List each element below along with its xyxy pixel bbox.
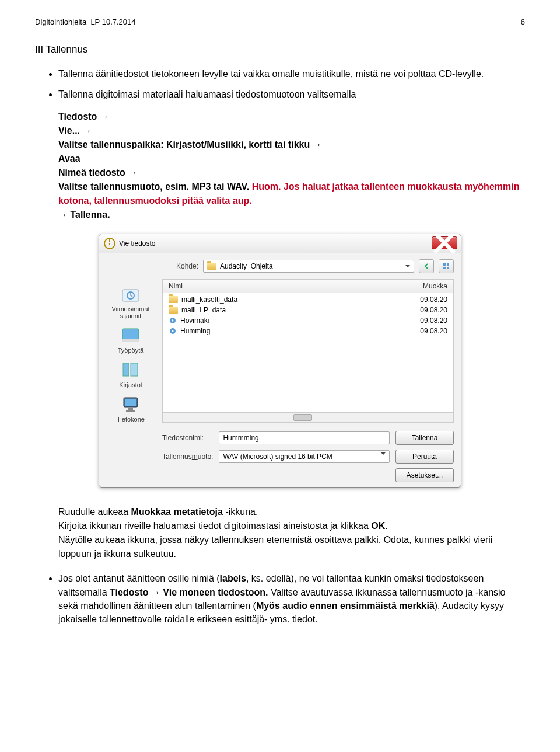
step-muoto-b: MP3 tai WAV.	[192, 182, 252, 192]
svg-rect-11	[125, 399, 136, 406]
chevron-down-icon	[405, 265, 410, 267]
place-recent[interactable]: Viimeisimmät sijainnit	[104, 284, 157, 319]
save-button[interactable]: Tallenna	[396, 431, 454, 445]
file-name: Humming	[180, 327, 210, 335]
svg-rect-13	[126, 410, 135, 412]
filename-label: Tiedostonimi:	[162, 434, 213, 442]
back-icon	[423, 263, 430, 270]
step-tiedosto: Tiedosto →	[58, 112, 109, 121]
kohde-select[interactable]: Audacity_Ohjeita	[203, 260, 414, 273]
step-tallenna: → Tallenna.	[58, 210, 110, 220]
file-name: malli_LP_data	[181, 306, 226, 314]
svg-rect-7	[123, 339, 139, 342]
file-name: Hovimaki	[180, 316, 209, 325]
back-button[interactable]	[419, 259, 434, 273]
dialog-title: Vie tiedosto	[119, 239, 156, 248]
view-button[interactable]	[439, 259, 454, 273]
last-bullet-list: Jos olet antanut äänitteen osille nimiä …	[35, 572, 525, 626]
file-mod: 09.08.20	[420, 327, 447, 335]
col-mod[interactable]: Muokka	[423, 282, 447, 290]
close-button[interactable]	[432, 236, 457, 249]
format-label: Tallennusmuoto:	[162, 452, 213, 461]
close-icon	[432, 234, 457, 255]
folder-icon	[207, 263, 216, 270]
document-header: Digitointiohjeita_LP 10.7.2014 6	[35, 18, 525, 26]
file-row[interactable]: malli_LP_data 09.08.20	[163, 305, 453, 315]
audio-icon	[169, 327, 177, 335]
computer-icon	[120, 394, 141, 414]
scroll-thumb[interactable]	[293, 414, 312, 421]
dialog-screenshot: Vie tiedosto Kohde: Audacity_Ohjeita	[35, 234, 525, 488]
audacity-icon	[104, 238, 116, 249]
step-muoto-a: Valitse tallennusmuoto, esim.	[58, 182, 192, 192]
bullet-1: Tallenna äänitiedostot tietokoneen levyl…	[58, 67, 525, 81]
file-mod: 09.08.20	[420, 306, 447, 314]
file-row[interactable]: Humming 09.08.20	[163, 326, 453, 336]
file-list-header: Nimi Muokka	[162, 279, 454, 293]
svg-rect-6	[123, 329, 139, 339]
recent-icon	[120, 284, 141, 304]
audio-icon	[169, 316, 177, 325]
file-name: malli_kasetti_data	[181, 295, 237, 304]
bullet-labels: Jos olet antanut äänitteen osille nimiä …	[58, 572, 525, 626]
save-dialog: Vie tiedosto Kohde: Audacity_Ohjeita	[99, 234, 461, 488]
h-scrollbar[interactable]	[162, 413, 454, 423]
place-label: Kirjastot	[119, 381, 142, 388]
bullet-2: Tallenna digitoimasi materiaali haluamaa…	[58, 88, 525, 101]
step-avaa: Avaa	[58, 154, 80, 163]
svg-rect-9	[131, 363, 138, 376]
page-number: 6	[521, 18, 525, 26]
bullet-list: Tallenna äänitiedostot tietokoneen levyl…	[35, 67, 525, 101]
step-nimea: Nimeä tiedosto →	[58, 168, 137, 177]
place-computer[interactable]: Tietokone	[104, 394, 157, 423]
place-desktop[interactable]: Työpöytä	[104, 325, 157, 354]
filename-input[interactable]: Hummming	[219, 431, 390, 444]
libraries-icon	[120, 360, 141, 380]
svg-rect-1	[447, 263, 449, 266]
folder-icon	[169, 296, 178, 303]
desktop-icon	[120, 325, 141, 345]
file-list[interactable]: malli_kasetti_data 09.08.20 malli_LP_dat…	[162, 293, 454, 413]
steps-block: Tiedosto → Vie... → Valitse tallennuspai…	[35, 110, 525, 222]
grid-icon	[443, 263, 450, 270]
dialog-titlebar: Vie tiedosto	[99, 234, 461, 253]
svg-rect-2	[443, 267, 446, 269]
section-title: III Tallennus	[35, 44, 525, 55]
chevron-down-icon	[381, 452, 386, 455]
place-libraries[interactable]: Kirjastot	[104, 360, 157, 388]
file-row[interactable]: Hovimaki 09.08.20	[163, 315, 453, 326]
settings-button[interactable]: Asetukset...	[396, 468, 454, 482]
place-label: Viimeisimmät sijainnit	[104, 305, 157, 319]
place-label: Tietokone	[117, 416, 145, 423]
svg-rect-3	[447, 267, 449, 269]
col-name[interactable]: Nimi	[169, 282, 183, 290]
step-valitse-paikka: Valitse tallennuspaikka: Kirjastot/Musii…	[58, 140, 322, 149]
folder-icon	[169, 307, 178, 314]
format-select[interactable]: WAV (Microsoft) signed 16 bit PCM	[219, 450, 390, 463]
file-mod: 09.08.20	[420, 295, 447, 304]
svg-rect-8	[123, 363, 129, 376]
kohde-label: Kohde:	[158, 262, 198, 270]
cancel-button[interactable]: Peruuta	[396, 450, 454, 464]
kohde-value: Audacity_Ohjeita	[220, 262, 273, 270]
header-left: Digitointiohjeita_LP 10.7.2014	[35, 18, 136, 26]
file-row[interactable]: malli_kasetti_data 09.08.20	[163, 294, 453, 305]
svg-rect-0	[443, 263, 446, 266]
places-bar: Viimeisimmät sijainnit Työpöytä Kirjasto…	[99, 279, 162, 487]
file-mod: 09.08.20	[420, 316, 447, 325]
step-vie: Vie... →	[58, 126, 92, 135]
place-label: Työpöytä	[118, 347, 144, 354]
after-paragraphs: Ruudulle aukeaa Muokkaa metatietoja -ikk…	[35, 505, 525, 561]
svg-rect-12	[128, 408, 133, 410]
